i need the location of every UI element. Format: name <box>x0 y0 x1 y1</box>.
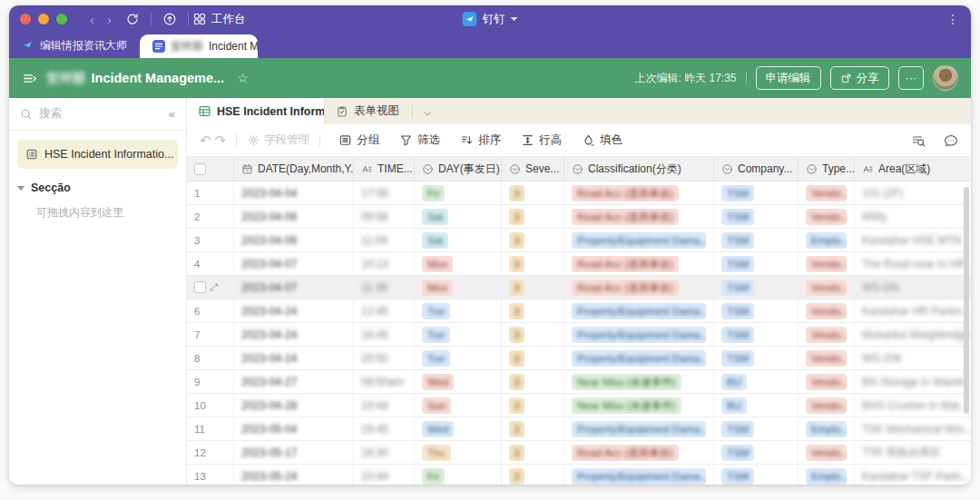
classification-tag[interactable]: Property/Equipment Dama... <box>572 327 706 343</box>
date-cell[interactable]: 2023-04-04 <box>234 181 354 204</box>
sidebar-toggle-icon[interactable] <box>22 71 37 86</box>
day-cell[interactable]: Tue <box>415 299 502 322</box>
day-cell[interactable]: Tue <box>415 323 502 346</box>
area-cell[interactable]: WS-DN <box>855 276 971 299</box>
severity-cell[interactable]: 3 <box>502 441 564 464</box>
browser-tab-2-active[interactable]: 安环部 Incident Mana <box>140 34 258 58</box>
close-window-button[interactable] <box>20 14 31 25</box>
date-cell[interactable]: 2023-04-06 <box>234 229 354 251</box>
classification-tag[interactable]: Property/Equipment Dama... <box>572 232 706 249</box>
group-button[interactable]: 分组 <box>338 132 379 148</box>
classification-tag[interactable]: Road Acc (道路事故) <box>572 279 679 296</box>
search-in-table-icon[interactable] <box>911 133 926 148</box>
severity-tag[interactable]: 3 <box>509 232 524 249</box>
table-row[interactable]: 22023-04-0609:56Sat3Road Acc (道路事故)TSMVe… <box>187 205 971 229</box>
severity-tag[interactable]: 3 <box>509 279 524 296</box>
classification-cell[interactable]: Property/Equipment Dama... <box>564 417 714 440</box>
area-cell[interactable]: MWy <box>855 205 971 228</box>
classification-tag[interactable]: Property/Equipment Dama... <box>572 303 706 319</box>
vertical-scrollbar[interactable] <box>964 187 969 414</box>
classification-cell[interactable]: Road Acc (道路事故) <box>564 205 714 228</box>
classification-tag[interactable]: Near Miss (未遂事件) <box>572 374 681 390</box>
avatar[interactable] <box>933 65 958 91</box>
row-index-cell[interactable]: 10 <box>187 394 234 417</box>
day-tag[interactable]: Sat <box>422 209 448 225</box>
classification-cell[interactable]: Property/Equipment Dama... <box>564 229 714 251</box>
day-cell[interactable]: Sat <box>415 229 502 251</box>
classification-cell[interactable]: Property/Equipment Dama... <box>564 323 714 346</box>
row-index-cell[interactable]: 2 <box>187 205 234 228</box>
type-tag[interactable]: Vendo... <box>806 397 847 414</box>
day-cell[interactable]: Sun <box>415 394 502 417</box>
classification-tag[interactable]: Property/Equipment Dama... <box>572 468 706 485</box>
company-cell[interactable]: TSM <box>714 229 799 251</box>
time-cell[interactable]: 16:45 <box>354 323 415 346</box>
field-management-button[interactable]: 字段管理 <box>247 132 309 148</box>
area-cell[interactable]: BN Storage in Wareh... <box>855 370 971 393</box>
date-cell[interactable]: 2023-04-27 <box>234 370 354 393</box>
date-cell[interactable]: 2023-04-07 <box>234 252 354 275</box>
day-tag[interactable]: Wed <box>422 421 454 437</box>
date-cell[interactable]: 2023-05-04 <box>234 417 354 440</box>
day-tag[interactable]: Fri <box>422 468 445 485</box>
column-header-company[interactable]: Company... <box>714 157 799 181</box>
classification-cell[interactable]: Road Acc (道路事故) <box>564 441 714 464</box>
company-cell[interactable]: TSM <box>714 205 799 228</box>
type-cell[interactable]: Vendo... <box>799 347 855 369</box>
row-index-cell[interactable]: 12 <box>187 441 234 464</box>
type-tag[interactable]: Vendo... <box>806 327 847 343</box>
table-row[interactable]: 132023-05-2410:44Fri3Property/Equipment … <box>187 465 971 485</box>
classification-tag[interactable]: Road Acc (道路事故) <box>572 445 679 461</box>
table-row[interactable]: 12023-04-0417:58Fri3Road Acc (道路事故)TSMVe… <box>187 181 971 205</box>
area-cell[interactable]: Mukanka Weighbridge <box>855 323 971 346</box>
table-row[interactable]: 82023-04-2420:50Tue3Property/Equipment D… <box>187 347 971 370</box>
column-header-severity[interactable]: Seve... <box>502 157 564 181</box>
classification-tag[interactable]: Road Acc (道路事故) <box>572 185 679 201</box>
time-cell[interactable]: 09:56 <box>354 205 415 228</box>
day-tag[interactable]: Tue <box>422 303 450 319</box>
day-cell[interactable]: Tue <box>415 347 502 369</box>
forward-icon[interactable]: › <box>107 13 112 26</box>
severity-cell[interactable]: 3 <box>502 465 564 485</box>
day-tag[interactable]: Sat <box>422 232 448 249</box>
day-cell[interactable]: Wed <box>415 370 502 393</box>
severity-cell[interactable]: 3 <box>502 417 564 440</box>
company-tag[interactable]: TSM <box>721 185 754 201</box>
company-cell[interactable]: TSM <box>714 417 799 440</box>
share-button[interactable]: 分享 <box>830 66 889 90</box>
type-cell[interactable]: Vendo... <box>799 181 855 204</box>
severity-tag[interactable]: 3 <box>509 303 524 319</box>
company-tag[interactable]: BU <box>721 397 747 414</box>
row-height-button[interactable]: 行高 <box>521 132 562 148</box>
workbench-button[interactable]: 工作台 <box>192 12 246 27</box>
severity-tag[interactable]: 3 <box>509 468 524 485</box>
day-tag[interactable]: Thu <box>422 445 451 461</box>
star-favorite-icon[interactable]: ☆ <box>237 71 249 85</box>
row-index-cell[interactable]: 3 <box>187 229 234 251</box>
severity-cell[interactable]: 3 <box>502 205 564 228</box>
company-cell[interactable]: BU <box>714 394 799 417</box>
company-cell[interactable]: TSM <box>714 347 799 369</box>
select-all-checkbox[interactable] <box>187 157 234 181</box>
severity-tag[interactable]: 3 <box>509 209 524 225</box>
more-menu-icon[interactable]: ⋮ <box>946 12 960 26</box>
row-index-cell[interactable]: 7 <box>187 323 234 346</box>
type-cell[interactable]: Vendo... <box>799 252 855 275</box>
day-tag[interactable]: Mon <box>422 279 453 296</box>
date-cell[interactable]: 2023-05-24 <box>234 465 354 485</box>
day-tag[interactable]: Fri <box>422 185 445 201</box>
redo-button[interactable]: ↷ <box>215 132 227 149</box>
severity-tag[interactable]: 3 <box>509 445 524 461</box>
type-cell[interactable]: Vendo... <box>799 370 855 393</box>
time-cell[interactable]: 08:50am <box>354 370 415 393</box>
area-cell[interactable]: TSK 危险品库区 <box>855 441 971 464</box>
type-tag[interactable]: Vendo... <box>806 256 847 272</box>
row-index-cell[interactable]: 9 <box>187 370 234 393</box>
company-cell[interactable]: TSM <box>714 465 799 485</box>
row-checkbox[interactable] <box>194 281 206 293</box>
company-tag[interactable]: TSM <box>721 256 754 272</box>
area-cell[interactable]: Kandahar HR Parkin... <box>855 299 971 322</box>
company-cell[interactable]: BU <box>714 370 799 393</box>
time-cell[interactable]: 10:44 <box>354 394 415 417</box>
company-tag[interactable]: TSM <box>721 303 754 319</box>
